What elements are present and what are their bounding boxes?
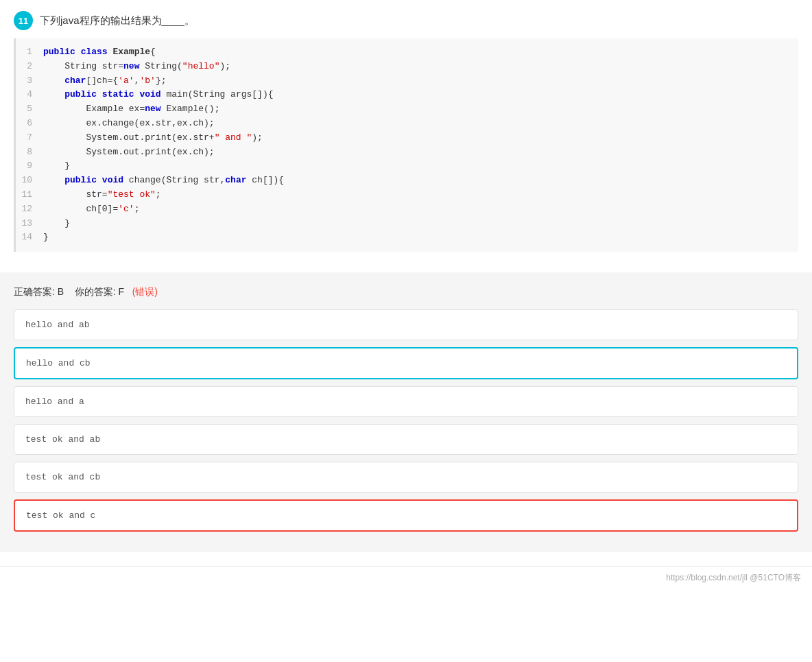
line-num-2: 2 (16, 60, 43, 74)
answer-line: 正确答案: B 你的答案: F (错误) (14, 286, 798, 298)
option-e-text: test ok and cb (25, 472, 100, 482)
line-num-5: 5 (16, 102, 43, 117)
question-header: 11 下列java程序的输出结果为____。 (0, 0, 812, 38)
option-b[interactable]: hello and cb (14, 347, 798, 379)
code-line-7: 7 System.out.print(ex.str+" and "); (16, 131, 798, 145)
option-b-text: hello and cb (26, 358, 91, 368)
line-num-11: 11 (16, 188, 43, 202)
line-content-3: char[]ch={'a','b'}; (43, 74, 166, 88)
option-c-text: hello and a (25, 397, 84, 407)
option-a-text: hello and ab (25, 320, 90, 330)
code-line-9: 9 } (16, 159, 798, 174)
wrong-note: (错误) (132, 286, 158, 297)
code-line-4: 4 public static void main(String args[])… (16, 88, 798, 102)
line-content-2: String str=new String("hello"); (43, 60, 230, 74)
question-number-badge: 11 (14, 11, 33, 30)
line-content-10: public void change(String str,char ch[])… (43, 174, 284, 188)
line-content-5: Example ex=new Example(); (43, 102, 219, 117)
option-c[interactable]: hello and a (14, 386, 798, 417)
code-line-11: 11 str="test ok"; (16, 188, 798, 202)
code-line-5: 5 Example ex=new Example(); (16, 102, 798, 117)
line-num-14: 14 (16, 230, 43, 245)
option-e[interactable]: test ok and cb (14, 462, 798, 493)
line-content-11: str="test ok"; (43, 188, 161, 202)
line-content-12: ch[0]='c'; (43, 202, 139, 217)
line-num-8: 8 (16, 145, 43, 160)
line-num-13: 13 (16, 217, 43, 231)
code-line-13: 13 } (16, 217, 798, 231)
option-f[interactable]: test ok and c (14, 499, 798, 532)
line-num-9: 9 (16, 159, 43, 174)
code-line-6: 6 ex.change(ex.str,ex.ch); (16, 117, 798, 131)
line-num-10: 10 (16, 174, 43, 188)
code-line-2: 2 String str=new String("hello"); (16, 60, 798, 74)
option-d-text: test ok and ab (25, 434, 100, 445)
line-num-7: 7 (16, 131, 43, 145)
code-line-1: 1 public class Example{ (16, 45, 798, 60)
line-content-8: System.out.print(ex.ch); (43, 145, 215, 160)
line-num-6: 6 (16, 117, 43, 131)
line-content-9: } (43, 159, 70, 174)
answer-section: 正确答案: B 你的答案: F (错误) hello and ab hello … (0, 272, 812, 552)
line-content-4: public static void main(String args[]){ (43, 88, 274, 102)
line-content-6: ex.change(ex.str,ex.ch); (43, 117, 215, 131)
page-container: 11 下列java程序的输出结果为____。 1 public class Ex… (0, 0, 812, 662)
line-content-13: } (43, 217, 70, 231)
correct-answer-label: 正确答案: B (14, 286, 64, 297)
question-number: 11 (19, 16, 28, 26)
line-content-1: public class Example{ (43, 45, 156, 60)
line-num-3: 3 (16, 74, 43, 88)
code-block: 1 public class Example{ 2 String str=new… (14, 38, 798, 252)
option-d[interactable]: test ok and ab (14, 424, 798, 455)
your-answer-label: 你的答案: F (75, 286, 124, 297)
option-f-text: test ok and c (26, 510, 95, 521)
footer-bar: https://blog.csdn.net/jll @51CTO博客 (0, 566, 812, 589)
line-content-7: System.out.print(ex.str+" and "); (43, 131, 263, 145)
question-text: 下列java程序的输出结果为____。 (40, 14, 195, 27)
line-num-12: 12 (16, 202, 43, 217)
line-num-1: 1 (16, 45, 43, 60)
code-line-3: 3 char[]ch={'a','b'}; (16, 74, 798, 88)
code-line-12: 12 ch[0]='c'; (16, 202, 798, 217)
footer-text: https://blog.csdn.net/jll @51CTO博客 (666, 573, 801, 582)
line-num-4: 4 (16, 88, 43, 102)
code-line-10: 10 public void change(String str,char ch… (16, 174, 798, 188)
code-line-8: 8 System.out.print(ex.ch); (16, 145, 798, 160)
line-content-14: } (43, 230, 49, 245)
code-line-14: 14 } (16, 230, 798, 245)
option-a[interactable]: hello and ab (14, 309, 798, 340)
